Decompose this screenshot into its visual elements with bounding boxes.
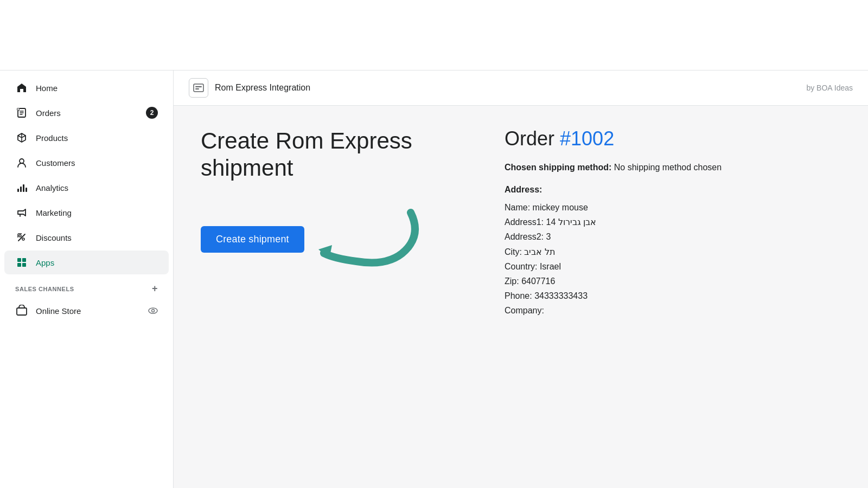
sidebar-item-analytics-label: Analytics [36,183,68,192]
online-store-icon [15,304,28,317]
analytics-icon [15,181,28,194]
sidebar-item-products[interactable]: Products [4,126,169,150]
phone-line: Phone: 34333333433 [505,288,776,303]
svg-point-2 [20,159,24,163]
city-value: תל אביב [524,247,555,256]
zip-label: Zip: [505,277,519,286]
left-panel: Create Rom Express shipment Create shipm… [201,127,472,466]
create-shipment-button[interactable]: Create shipment [201,226,304,253]
address2-label: Address2: [505,232,544,241]
svg-rect-4 [20,187,22,192]
sidebar-item-marketing[interactable]: Marketing [4,201,169,224]
company-line: Company: [505,303,776,318]
address1-value: 14 אבן גבירול [546,217,597,227]
shipping-method-value: No shipping method chosen [614,163,722,172]
order-title: Order #1002 [505,127,776,150]
svg-rect-5 [23,184,24,192]
address2-line: Address2: 3 [505,229,776,244]
svg-point-15 [152,310,155,312]
sidebar-item-orders-label: Orders [36,108,61,118]
svg-rect-17 [195,86,202,87]
customers-icon [15,156,28,169]
phone-value: 34333333433 [534,291,588,300]
sidebar-item-discounts-label: Discounts [36,233,72,242]
app-by-label: by BOA Ideas [806,84,853,92]
country-label: Country: [505,262,537,271]
shipping-method: Chosen shipping method: No shipping meth… [505,161,776,174]
create-title: Create Rom Express shipment [201,127,472,182]
app-header-title: Rom Express Integration [215,83,310,93]
create-title-line1: Create Rom Express [201,128,412,153]
city-line: City: תל אביב [505,245,776,259]
sidebar-item-apps-label: Apps [36,258,54,267]
svg-rect-11 [17,263,21,267]
sidebar: Home Orders 2 [0,70,174,488]
sidebar-item-products-label: Products [36,133,68,143]
svg-rect-3 [17,189,19,192]
svg-rect-6 [25,188,27,192]
sidebar-item-apps[interactable]: Apps [4,251,169,274]
online-store-label: Online Store [36,306,81,316]
zip-line: Zip: 6407716 [505,274,776,288]
marketing-icon [15,206,28,219]
sidebar-item-home-label: Home [36,84,58,93]
top-bar [0,0,868,70]
sidebar-item-marketing-label: Marketing [36,208,72,217]
svg-point-7 [19,235,21,237]
sidebar-item-customers[interactable]: Customers [4,151,169,175]
app-icon-box [189,78,208,98]
country-value: Israel [540,262,561,271]
svg-rect-16 [194,84,203,92]
home-icon [15,81,28,94]
products-icon [15,131,28,144]
svg-rect-9 [17,258,21,262]
apps-icon [15,256,28,269]
content-area: Create Rom Express shipment Create shipm… [174,106,868,488]
svg-rect-10 [22,258,26,262]
arrow-decoration [313,202,422,278]
svg-rect-13 [17,308,27,315]
app-header-left: Rom Express Integration [189,78,310,98]
address-section: Address: Name: mickey mouse Address1: 14… [505,185,776,318]
address2-value: 3 [546,232,551,241]
svg-rect-12 [22,263,26,267]
address1-label: Address1: [505,217,544,227]
sidebar-item-orders[interactable]: Orders 2 [4,101,169,125]
svg-point-14 [149,308,157,313]
sidebar-item-analytics[interactable]: Analytics [4,176,169,200]
right-panel: Order #1002 Chosen shipping method: No s… [505,127,776,466]
eye-icon[interactable] [148,306,158,316]
order-number: #1002 [560,127,614,150]
address1-line: Address1: 14 אבן גבירול [505,215,776,229]
discounts-icon [15,231,28,244]
create-title-line2: shipment [201,155,293,181]
orders-icon [15,106,28,119]
name-value: mickey mouse [533,203,588,212]
sales-channels-section: SALES CHANNELS + [0,275,173,298]
main-content: Rom Express Integration by BOA Ideas Cre… [174,70,868,488]
sidebar-item-customers-label: Customers [36,158,75,168]
company-label: Company: [505,306,544,315]
sidebar-item-discounts[interactable]: Discounts [4,226,169,249]
sidebar-item-home[interactable]: Home [4,76,169,100]
orders-badge: 2 [146,107,158,119]
shipping-method-label: Chosen shipping method: [505,163,611,172]
phone-label: Phone: [505,291,532,300]
add-sales-channel-icon[interactable]: + [152,283,158,294]
name-line: Name: mickey mouse [505,200,776,215]
name-label: Name: [505,203,530,212]
app-header: Rom Express Integration by BOA Ideas [174,70,868,106]
svg-rect-18 [195,88,199,89]
zip-value: 6407716 [521,277,555,286]
country-line: Country: Israel [505,259,776,274]
address-heading: Address: [505,185,776,195]
city-label: City: [505,247,522,256]
svg-point-8 [22,238,24,240]
sidebar-item-online-store[interactable]: Online Store [4,299,169,323]
order-label: Order [505,127,554,150]
sales-channels-label: SALES CHANNELS [15,286,74,292]
